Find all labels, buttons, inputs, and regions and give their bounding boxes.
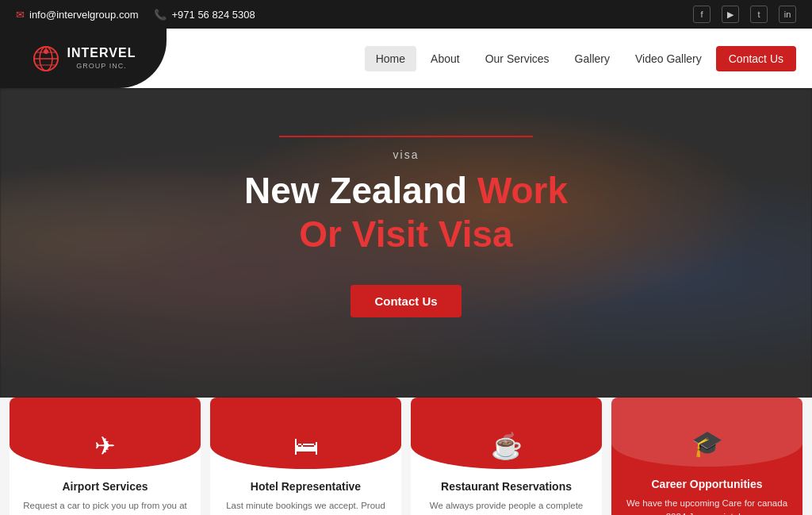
coffee-icon: ☕ [491, 431, 523, 461]
hero-section: visa New Zealand Work Or Visit Visa Cont… [0, 88, 812, 398]
graduation-icon: 🎓 [691, 429, 723, 459]
hero-title-red1: Work [477, 170, 568, 211]
logo: INTERVEL GROUP INC. [0, 29, 167, 88]
hero-subtitle: visa [0, 148, 812, 161]
card-wave-airport: ✈ [10, 398, 201, 469]
email-address: info@intervelgroup.com [29, 9, 138, 21]
card-restaurant: ☕ Restaurant Reservations We always prov… [411, 398, 602, 515]
hero-title: New Zealand Work Or Visit Visa [0, 169, 812, 256]
card-airport: ✈ Airport Services Request a car to pick… [10, 398, 201, 515]
card-title-airport: Airport Services [22, 480, 188, 493]
cards-section: ✈ Airport Services Request a car to pick… [0, 398, 812, 515]
social-links: f ▶ t in [693, 6, 796, 23]
nav-home[interactable]: Home [365, 46, 416, 71]
nav-gallery[interactable]: Gallery [564, 46, 621, 71]
card-wave-career: 🎓 [611, 398, 802, 467]
nav-about[interactable]: About [419, 46, 471, 71]
card-career: 🎓 Career Opportunities We have the upcom… [611, 398, 802, 515]
card-title-restaurant: Restaurant Reservations [423, 480, 589, 493]
card-title-career: Career Opportunities [624, 478, 790, 490]
logo-name: INTERVEL [67, 45, 136, 62]
card-desc-hotel: Last minute bookings we accept. Proud pa… [223, 499, 389, 515]
linkedin-icon[interactable]: in [779, 6, 796, 23]
globe-icon [31, 44, 61, 74]
phone-number: +971 56 824 5308 [171, 9, 255, 21]
nav-services[interactable]: Our Services [474, 46, 561, 71]
card-body-hotel: Hotel Representative Last minute booking… [210, 469, 401, 515]
card-title-hotel: Hotel Representative [223, 480, 389, 493]
logo-text: INTERVEL GROUP INC. [67, 45, 136, 71]
top-bar-contact: ✉ info@intervelgroup.com 📞 +971 56 824 5… [16, 9, 255, 21]
hero-title-white: New Zealand [244, 170, 477, 211]
youtube-icon[interactable]: ▶ [722, 6, 739, 23]
card-desc-restaurant: We always provide people a complete solu… [423, 499, 589, 515]
nav-contact[interactable]: Contact Us [716, 46, 796, 71]
card-desc-career: We have the upcoming Care for canada 202… [624, 497, 790, 516]
card-wave-hotel: 🛏 [210, 398, 401, 469]
card-body-career: Career Opportunities We have the upcomin… [611, 467, 802, 516]
airplane-icon: ✈ [94, 431, 116, 461]
hero-red-divider [279, 136, 533, 137]
hero-cta-button[interactable]: Contact Us [350, 285, 461, 317]
logo-tagline: GROUP INC. [67, 62, 136, 71]
card-body-airport: Airport Services Request a car to pick y… [10, 469, 201, 515]
phone-info: 📞 +971 56 824 5308 [154, 9, 255, 21]
phone-icon: 📞 [154, 9, 167, 21]
card-desc-airport: Request a car to pick you up from you at… [22, 499, 188, 515]
hotel-icon: 🛏 [293, 432, 319, 461]
top-bar: ✉ info@intervelgroup.com 📞 +971 56 824 5… [0, 0, 812, 29]
twitter-icon[interactable]: t [750, 6, 768, 23]
hero-title-line2: Or Visit Visa [299, 213, 512, 255]
hero-content: visa New Zealand Work Or Visit Visa Cont… [0, 88, 812, 317]
header: INTERVEL GROUP INC. Home About Our Servi… [0, 29, 812, 88]
email-icon: ✉ [16, 9, 25, 21]
card-body-restaurant: Restaurant Reservations We always provid… [411, 469, 602, 515]
card-wave-restaurant: ☕ [411, 398, 602, 469]
nav-video-gallery[interactable]: Video Gallery [624, 46, 713, 71]
card-hotel: 🛏 Hotel Representative Last minute booki… [210, 398, 401, 515]
main-nav: Home About Our Services Gallery Video Ga… [365, 46, 796, 71]
email-info: ✉ info@intervelgroup.com [16, 9, 138, 21]
facebook-icon[interactable]: f [693, 6, 710, 23]
